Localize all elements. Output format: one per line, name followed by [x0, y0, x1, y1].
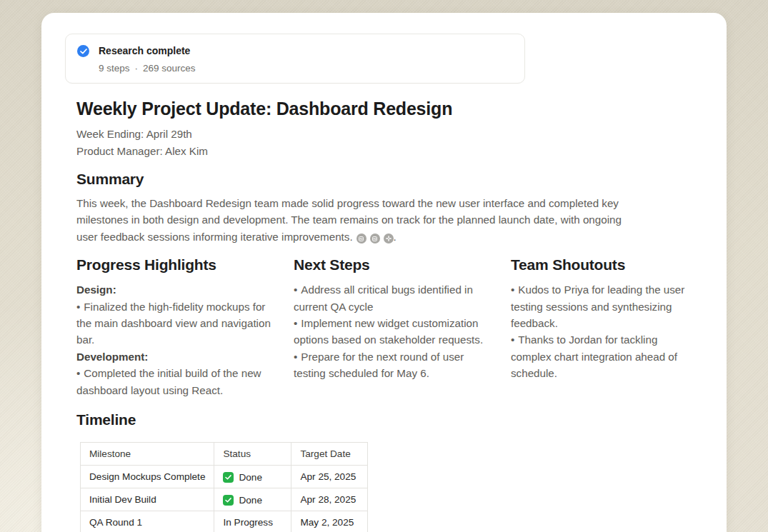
- table-row: QA Round 1 In Progress May 2, 2025: [81, 511, 368, 532]
- list-item: •Kudos to Priya for leading the user tes…: [511, 281, 698, 331]
- document-meta: Week Ending: April 29th Product Manager:…: [76, 126, 698, 159]
- list-item: •Thanks to Jordan for tackling complex c…: [511, 331, 698, 381]
- list-item: •Address all critical bugs identified in…: [294, 281, 492, 315]
- date-cell: Apr 25, 2025: [291, 466, 368, 488]
- research-banner-meta: 9 steps·269 sources: [99, 63, 196, 74]
- status-label: Done: [239, 472, 262, 483]
- summary-suffix: .: [394, 231, 397, 243]
- milestone-cell: Design Mockups Complete: [81, 466, 214, 488]
- status-cell: Done: [214, 488, 291, 511]
- column-header-status: Status: [214, 443, 291, 466]
- milestone-cell: QA Round 1: [81, 511, 214, 532]
- progress-highlights-body: Design: •Finalized the high-fidelity moc…: [76, 281, 275, 398]
- milestone-cell: Initial Dev Build: [81, 488, 214, 511]
- dot-separator: ·: [135, 63, 139, 74]
- list-item: •Prepare for the next round of user test…: [294, 348, 492, 382]
- page-title: Weekly Project Update: Dashboard Redesig…: [76, 98, 698, 120]
- date-cell: May 2, 2025: [291, 511, 368, 532]
- list-item-text: Address all critical bugs identified in …: [294, 283, 473, 312]
- list-item: •Finalized the high-fidelity mockups for…: [76, 298, 275, 348]
- citation-notion-icon[interactable]: [356, 234, 366, 244]
- team-shoutouts-body: •Kudos to Priya for leading the user tes…: [511, 281, 698, 381]
- list-item-text: Prepare for the next round of user testi…: [294, 351, 464, 379]
- bullet-marker: •: [76, 367, 80, 379]
- next-steps-body: •Address all critical bugs identified in…: [294, 281, 492, 381]
- table-header-row: Milestone Status Target Date: [81, 443, 368, 466]
- table-row: Design Mockups Complete Done Apr 25, 202…: [81, 466, 368, 488]
- timeline-table: Milestone Status Target Date Design Mock…: [80, 442, 368, 532]
- bullet-marker: •: [511, 283, 514, 296]
- team-shoutouts-heading: Team Shoutouts: [511, 255, 698, 275]
- document-content: Weekly Project Update: Dashboard Redesig…: [41, 98, 727, 532]
- steps-count: 9 steps: [99, 63, 130, 74]
- list-item-text: Completed the initial build of the new d…: [76, 367, 261, 396]
- bullet-marker: •: [294, 351, 297, 363]
- section-next-steps: Next Steps •Address all critical bugs id…: [294, 255, 492, 398]
- status-label: Done: [239, 495, 262, 506]
- three-column-section: Progress Highlights Design: •Finalized t…: [76, 255, 698, 398]
- section-team-shoutouts: Team Shoutouts •Kudos to Priya for leadi…: [511, 255, 698, 398]
- meta-product-manager: Product Manager: Alex Kim: [76, 143, 698, 160]
- list-item-text: Kudos to Priya for leading the user test…: [511, 283, 684, 329]
- bullet-marker: •: [76, 301, 80, 313]
- list-item: •Implement new widget customization opti…: [294, 315, 492, 348]
- bullet-marker: •: [511, 333, 514, 346]
- bullet-marker: •: [294, 317, 297, 329]
- done-check-icon: [223, 472, 234, 483]
- column-header-target-date: Target Date: [291, 443, 368, 466]
- timeline-heading: Timeline: [76, 410, 698, 430]
- next-steps-heading: Next Steps: [294, 255, 492, 275]
- research-complete-banner[interactable]: Research complete 9 steps·269 sources: [65, 34, 525, 84]
- summary-paragraph: This week, the Dashboard Redesign team m…: [76, 195, 635, 245]
- status-cell: Done: [214, 466, 291, 488]
- research-banner-title: Research complete: [99, 44, 196, 57]
- citation-slack-icon[interactable]: [384, 234, 394, 244]
- list-item-text: Thanks to Jordan for tackling complex ch…: [511, 333, 677, 379]
- progress-highlights-heading: Progress Highlights: [76, 255, 275, 275]
- column-header-milestone: Milestone: [81, 443, 214, 466]
- status-cell: In Progress: [214, 511, 291, 532]
- bullet-marker: •: [294, 283, 297, 296]
- done-check-icon: [223, 495, 234, 506]
- summary-text: This week, the Dashboard Redesign team m…: [76, 197, 622, 243]
- meta-week-ending: Week Ending: April 29th: [76, 126, 698, 143]
- design-label: Design:: [76, 281, 275, 298]
- sources-count: 269 sources: [143, 63, 196, 74]
- section-progress-highlights: Progress Highlights Design: •Finalized t…: [76, 255, 275, 398]
- research-complete-check-icon: [77, 45, 89, 57]
- list-item-text: Finalized the high-fidelity mockups for …: [76, 301, 271, 346]
- list-item: •Completed the initial build of the new …: [76, 365, 275, 398]
- document-card: Research complete 9 steps·269 sources We…: [41, 13, 727, 532]
- table-row: Initial Dev Build Done Apr 28, 2025: [81, 488, 368, 511]
- research-banner-text: Research complete 9 steps·269 sources: [99, 44, 196, 74]
- development-label: Development:: [76, 348, 275, 365]
- summary-heading: Summary: [76, 169, 698, 189]
- date-cell: Apr 28, 2025: [291, 488, 368, 511]
- citation-notion-icon[interactable]: [370, 234, 380, 244]
- list-item-text: Implement new widget customization optio…: [294, 317, 483, 346]
